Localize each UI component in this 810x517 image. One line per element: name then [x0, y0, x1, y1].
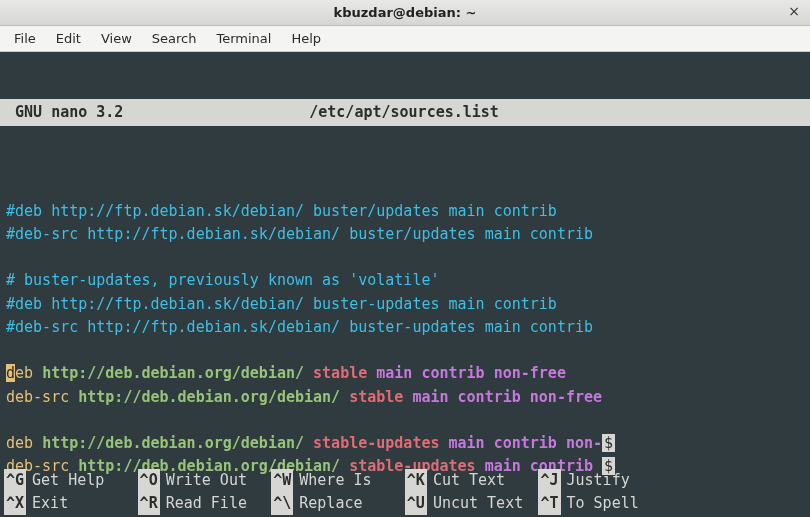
nano-editor-content[interactable]: #deb http://ftp.debian.sk/debian/ buster… — [0, 172, 810, 512]
editor-line: deb http://deb.debian.org/debian/ stable… — [6, 362, 804, 385]
shortcut-exit: ^XExit — [4, 492, 138, 515]
editor-line: deb http://deb.debian.org/debian/ stable… — [6, 432, 804, 455]
nano-filename: /etc/apt/sources.list — [309, 101, 804, 124]
menu-help[interactable]: Help — [283, 28, 329, 49]
shortcut-key: ^T — [538, 492, 560, 515]
shortcut-desc: Cut Text — [427, 469, 505, 492]
shortcut-desc: Replace — [293, 492, 362, 515]
window-titlebar: kbuzdar@debian: ~ × — [0, 0, 810, 26]
shortcut-key: ^J — [538, 469, 560, 492]
menu-edit[interactable]: Edit — [48, 28, 89, 49]
editor-line: deb-src http://deb.debian.org/debian/ st… — [6, 386, 804, 409]
editor-line — [6, 176, 804, 199]
shortcut-desc: Justify — [561, 469, 630, 492]
menu-terminal[interactable]: Terminal — [208, 28, 279, 49]
shortcut-desc: Write Out — [160, 469, 247, 492]
shortcut-key: ^\ — [271, 492, 293, 515]
window-title: kbuzdar@debian: ~ — [334, 5, 477, 20]
menu-search[interactable]: Search — [144, 28, 205, 49]
shortcut-row: ^GGet Help^OWrite Out^WWhere Is^KCut Tex… — [4, 469, 806, 492]
shortcut-desc: To Spell — [561, 492, 639, 515]
close-icon[interactable]: × — [786, 4, 802, 20]
editor-line — [6, 409, 804, 432]
terminal[interactable]: GNU nano 3.2 /etc/apt/sources.list #deb … — [0, 52, 810, 517]
shortcut-key: ^R — [138, 492, 160, 515]
editor-line — [6, 246, 804, 269]
editor-line — [6, 339, 804, 362]
editor-line: # buster-updates, previously known as 'v… — [6, 269, 804, 292]
shortcut-replace: ^\Replace — [271, 492, 405, 515]
shortcut-key: ^G — [4, 469, 26, 492]
shortcut-row: ^XExit^RRead File^\Replace^UUncut Text^T… — [4, 492, 806, 515]
nano-header: GNU nano 3.2 /etc/apt/sources.list — [0, 99, 810, 126]
shortcut-read-file: ^RRead File — [138, 492, 272, 515]
shortcut-key: ^W — [271, 469, 293, 492]
shortcut-to-spell: ^TTo Spell — [538, 492, 672, 515]
shortcut-desc: Uncut Text — [427, 492, 523, 515]
editor-line: #deb http://ftp.debian.sk/debian/ buster… — [6, 293, 804, 316]
shortcut-desc: Get Help — [26, 469, 104, 492]
shortcut-key: ^K — [405, 469, 427, 492]
shortcut-desc: Where Is — [293, 469, 371, 492]
shortcut-write-out: ^OWrite Out — [138, 469, 272, 492]
menu-view[interactable]: View — [93, 28, 140, 49]
shortcut-desc: Exit — [26, 492, 68, 515]
shortcut-desc: Read File — [160, 492, 247, 515]
shortcut-key: ^X — [4, 492, 26, 515]
shortcut-get-help: ^GGet Help — [4, 469, 138, 492]
menu-file[interactable]: File — [6, 28, 44, 49]
editor-line: #deb-src http://ftp.debian.sk/debian/ bu… — [6, 316, 804, 339]
editor-line: #deb-src http://ftp.debian.sk/debian/ bu… — [6, 223, 804, 246]
shortcut-key: ^O — [138, 469, 160, 492]
shortcut-justify: ^JJustify — [538, 469, 672, 492]
nano-shortcut-bar: ^GGet Help^OWrite Out^WWhere Is^KCut Tex… — [0, 469, 810, 518]
nano-app-name: GNU nano 3.2 — [6, 101, 309, 124]
shortcut-cut-text: ^KCut Text — [405, 469, 539, 492]
shortcut-where-is: ^WWhere Is — [271, 469, 405, 492]
editor-line: #deb http://ftp.debian.sk/debian/ buster… — [6, 200, 804, 223]
shortcut-uncut-text: ^UUncut Text — [405, 492, 539, 515]
menubar: FileEditViewSearchTerminalHelp — [0, 26, 810, 52]
shortcut-key: ^U — [405, 492, 427, 515]
